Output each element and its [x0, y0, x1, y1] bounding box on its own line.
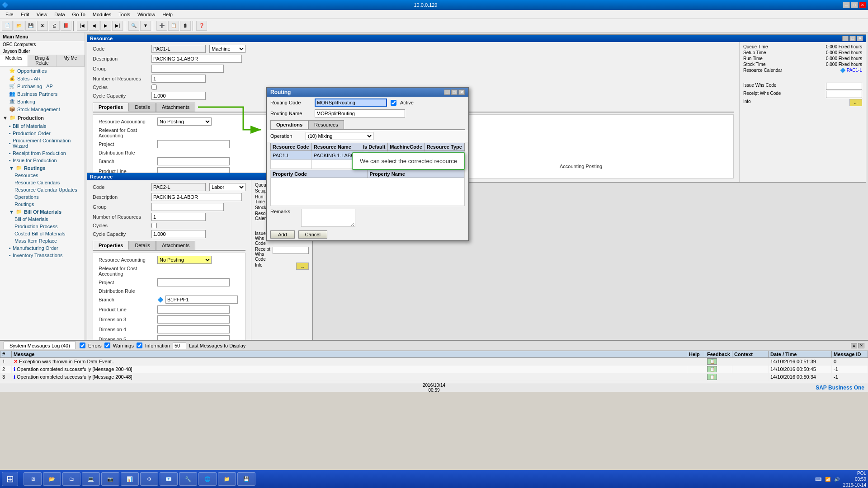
toolbar-new[interactable]: 📄 [2, 21, 13, 31]
routing-code-input[interactable] [315, 99, 387, 107]
resource2-dim3-input[interactable] [157, 315, 230, 324]
resource2-receipt-input[interactable] [273, 247, 309, 254]
taskbar-app-9[interactable]: 🔧 [179, 472, 197, 486]
sidebar-item-purchasing[interactable]: 🛒 Purchasing - AP [0, 82, 85, 90]
menu-window[interactable]: Window [134, 11, 159, 18]
routing-add-btn[interactable]: Add [270, 230, 295, 239]
sidebar-item-procurement[interactable]: ▪ Procurement Confirmation Wizard [0, 137, 85, 150]
taskbar-app-10[interactable]: 🌐 [198, 472, 217, 486]
resource2-prodline-input[interactable] [157, 305, 230, 314]
resource2-info-btn[interactable]: ... [296, 263, 309, 270]
log-close[interactable]: ✕ [858, 343, 864, 348]
menu-view[interactable]: View [33, 11, 51, 18]
resource1-cyclecap-input[interactable] [151, 92, 206, 100]
toolbar-add[interactable]: ➕ [156, 21, 167, 31]
sidebar-item-bom[interactable]: ▪ Bill of Materials [0, 122, 85, 130]
panel-1-close[interactable]: ✕ [857, 36, 863, 41]
message-row-3[interactable]: 3 ℹ Operation completed successfully [Me… [0, 373, 868, 381]
toolbar-pdf[interactable]: 📕 [61, 21, 71, 31]
menu-data[interactable]: Data [51, 11, 68, 18]
toolbar-filter[interactable]: ▼ [140, 21, 151, 31]
taskbar-app-4[interactable]: 💻 [82, 472, 100, 486]
sidebar-item-inv-transactions[interactable]: ▪ Inventory Transactions [0, 252, 85, 259]
sidebar-item-mfg-order[interactable]: ▪ Manufacturing Order [0, 244, 85, 252]
taskbar-app-7[interactable]: ⚙ [140, 472, 158, 486]
resource2-code-input[interactable] [151, 183, 206, 191]
message-row-2[interactable]: 2 ℹ Operation completed successfully [Me… [0, 366, 868, 373]
sidebar-item-costed-bom[interactable]: Costed Bill of Materials [0, 230, 85, 237]
sidebar-item-bill-of-materials-header[interactable]: ▼ 📁 Bill Of Materials [0, 208, 85, 216]
routing-tab-resources[interactable]: Resources [308, 120, 344, 129]
information-checkbox[interactable] [137, 343, 142, 348]
sidebar-item-routings-header[interactable]: ▼ 📁 Routings [0, 164, 85, 172]
menu-file[interactable]: File [2, 11, 17, 18]
toolbar-copy[interactable]: 📋 [168, 21, 179, 31]
toolbar-open[interactable]: 📂 [14, 21, 24, 31]
toolbar-print[interactable]: 🖨 [49, 21, 60, 31]
toolbar-delete[interactable]: 🗑 [180, 21, 191, 31]
sidebar-item-partners[interactable]: 👥 Business Partners [0, 90, 85, 98]
sidebar-item-resources[interactable]: Resources [0, 172, 85, 179]
sidebar-item-banking[interactable]: 🏦 Banking [0, 98, 85, 105]
sidebar-section-production[interactable]: ▼ 📁 Production [0, 113, 85, 122]
resource1-code-input[interactable] [151, 45, 206, 53]
resource1-tab-properties[interactable]: Properties [93, 103, 129, 112]
routing-dialog-close[interactable]: ✕ [458, 89, 465, 95]
toolbar-next[interactable]: ▶ [100, 21, 111, 31]
taskbar-app-5[interactable]: 📷 [101, 472, 119, 486]
feedback-btn-1[interactable]: 📋 [707, 358, 717, 365]
resource1-numres-input[interactable] [151, 75, 206, 83]
resource1-desc-input[interactable] [151, 55, 242, 63]
resource2-branch-input[interactable] [165, 296, 238, 304]
start-button[interactable]: ⊞ [2, 472, 18, 486]
resource1-tab-attachments[interactable]: Attachments [156, 103, 195, 112]
resource2-numres-input[interactable] [151, 213, 206, 221]
sidebar-item-res-calendars[interactable]: Resource Calendars [0, 179, 85, 186]
sidebar-item-sales[interactable]: 💰 Sales - AR [0, 75, 85, 82]
routing-tab-operations[interactable]: Operations [270, 120, 308, 129]
panel-1-min[interactable]: _ [842, 36, 849, 41]
resource2-tab-attachments[interactable]: Attachments [156, 241, 195, 250]
routing-dialog-max[interactable]: □ [451, 89, 458, 95]
resource2-tab-details[interactable]: Details [129, 241, 156, 250]
resource2-group-input[interactable] [151, 203, 224, 211]
resource2-dim4-input[interactable] [157, 325, 230, 333]
routing-name-input[interactable] [315, 109, 405, 117]
toolbar-save[interactable]: 💾 [25, 21, 36, 31]
taskbar-app-6[interactable]: 📊 [121, 472, 139, 486]
resource1-receipt-input[interactable] [826, 91, 862, 98]
resource1-tab-details[interactable]: Details [129, 103, 156, 112]
sidebar-item-stock[interactable]: 📦 Stock Management [0, 105, 85, 113]
tab-drag-relate[interactable]: Drag & Relate [28, 55, 56, 66]
toolbar-help[interactable]: ❓ [196, 21, 207, 31]
close-btn[interactable]: ✕ [859, 2, 866, 8]
resource2-project-input[interactable] [157, 278, 230, 286]
toolbar-last[interactable]: ▶| [112, 21, 123, 31]
resource1-info-btn[interactable]: ... [849, 99, 862, 106]
maximize-btn[interactable]: □ [851, 2, 858, 8]
resource2-cyclecap-input[interactable] [151, 230, 206, 238]
sidebar-item-opportunities[interactable]: ⭐ Opportunities [0, 67, 85, 75]
toolbar-prev[interactable]: ◀ [89, 21, 99, 31]
routing-remarks-input[interactable] [301, 209, 355, 227]
resource2-type-select[interactable]: Labor [209, 183, 245, 191]
tab-myme[interactable]: My Me [57, 55, 85, 66]
resource1-issue-input[interactable] [826, 83, 862, 90]
sidebar-item-res-cal-updates[interactable]: Resource Calendar Updates [0, 186, 85, 193]
menu-edit[interactable]: Edit [17, 11, 33, 18]
errors-checkbox[interactable] [80, 343, 85, 348]
system-messages-tab[interactable]: System Messages Log (40) [4, 342, 76, 349]
sidebar-item-bom2[interactable]: Bill of Materials [0, 216, 85, 223]
routing-cancel-btn[interactable]: Cancel [298, 230, 327, 239]
sidebar-item-operations[interactable]: Operations [0, 193, 85, 201]
feedback-btn-3[interactable]: 📋 [707, 374, 717, 380]
taskbar-app-2[interactable]: 📂 [43, 472, 61, 486]
resource2-desc-input[interactable] [151, 193, 242, 201]
resource2-cycles-check[interactable] [151, 223, 157, 228]
routing-dialog-min[interactable]: _ [444, 89, 450, 95]
sidebar-item-receipt[interactable]: ▪ Receipt from Production [0, 150, 85, 157]
sidebar-item-prod-process[interactable]: Production Process [0, 223, 85, 230]
message-row-1[interactable]: 1 ✕ Exception was thrown in Form Data Ev… [0, 358, 868, 366]
warnings-checkbox[interactable] [104, 343, 110, 348]
sidebar-item-routings[interactable]: Routings [0, 201, 85, 208]
